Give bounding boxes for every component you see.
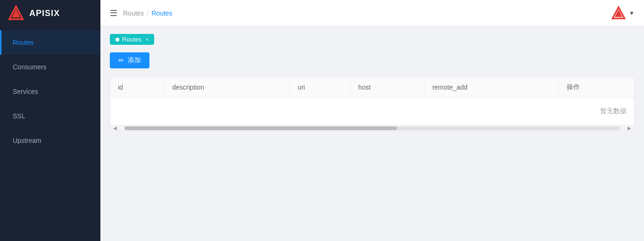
- header-logo-icon: [611, 6, 626, 21]
- breadcrumb-current: Routes: [151, 9, 172, 17]
- scroll-left-arrow[interactable]: ◀: [111, 125, 119, 131]
- routes-table: id description uri host remote_add 操作 暂无…: [110, 77, 634, 125]
- scrollbar-thumb: [124, 126, 397, 130]
- header-dropdown-arrow[interactable]: ▼: [629, 10, 635, 17]
- sidebar-logo: APISIX: [0, 0, 100, 26]
- table-scroll[interactable]: id description uri host remote_add 操作 暂无…: [110, 77, 634, 125]
- add-button-label: 添加: [128, 56, 141, 65]
- breadcrumb-parent: Routes: [123, 9, 144, 17]
- col-actions: 操作: [559, 77, 634, 98]
- scroll-right-arrow[interactable]: ▶: [626, 125, 633, 131]
- col-host: host: [350, 77, 424, 98]
- sidebar-item-upstream[interactable]: Upstream: [0, 128, 100, 153]
- empty-text: 暂无数据: [110, 98, 634, 125]
- header-left: ☰ Routes / Routes: [110, 8, 173, 18]
- main-content: ☰ Routes / Routes ▼ Routes ×: [100, 0, 644, 241]
- apisix-logo-icon: [8, 5, 25, 22]
- sidebar-item-consumers[interactable]: Consumers: [0, 55, 100, 79]
- tab-close-button[interactable]: ×: [145, 36, 149, 43]
- sidebar: APISIX Routes Consumers Services SSL Ups…: [0, 0, 100, 241]
- routes-tab[interactable]: Routes ×: [110, 34, 154, 45]
- table-header-row: id description uri host remote_add 操作: [110, 77, 634, 98]
- routes-table-container: id description uri host remote_add 操作 暂无…: [110, 77, 635, 131]
- sidebar-navigation: Routes Consumers Services SSL Upstream: [0, 30, 100, 153]
- tab-label: Routes: [122, 36, 141, 43]
- tabs-bar: Routes ×: [110, 34, 635, 45]
- col-description: description: [165, 77, 290, 98]
- header-right: ▼: [611, 6, 635, 21]
- breadcrumb: Routes / Routes: [123, 9, 173, 17]
- breadcrumb-separator: /: [147, 9, 149, 17]
- add-button[interactable]: ✏ 添加: [110, 52, 149, 68]
- logo-text: APISIX: [29, 8, 60, 18]
- col-remote-add: remote_add: [424, 77, 559, 98]
- table-empty-row: 暂无数据: [110, 98, 634, 125]
- col-id: id: [110, 77, 165, 98]
- page-header: ☰ Routes / Routes ▼: [100, 0, 644, 26]
- page-content: Routes × ✏ 添加 id description uri host: [100, 26, 644, 241]
- hamburger-icon[interactable]: ☰: [110, 8, 117, 18]
- tab-dot: [116, 38, 119, 42]
- horizontal-scrollbar[interactable]: ◀ ▶: [110, 125, 634, 131]
- sidebar-item-ssl[interactable]: SSL: [0, 104, 100, 128]
- add-icon: ✏: [118, 57, 124, 64]
- scrollbar-track[interactable]: [124, 126, 620, 130]
- col-uri: uri: [290, 77, 350, 98]
- sidebar-item-routes[interactable]: Routes: [0, 30, 100, 55]
- sidebar-item-services[interactable]: Services: [0, 79, 100, 104]
